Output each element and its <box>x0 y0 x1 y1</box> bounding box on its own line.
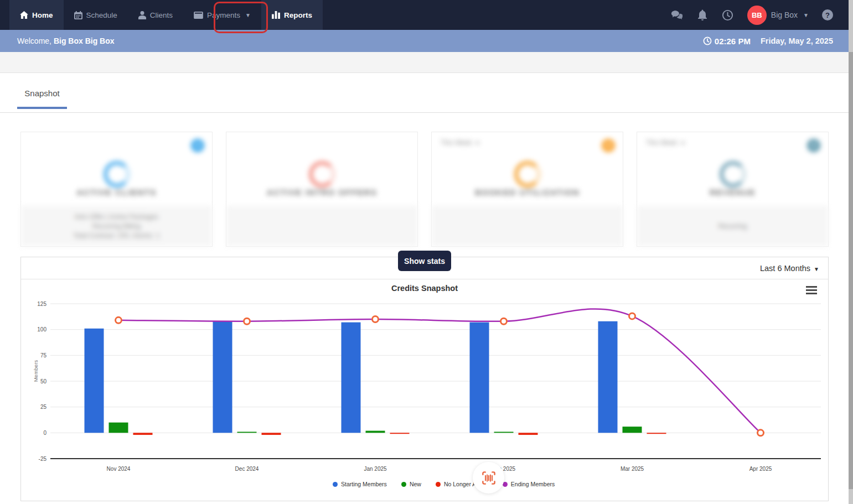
chart-panel: Last 6 Months ▼ Credits Snapshot Members… <box>20 257 829 501</box>
current-date: Friday, May 2, 2025 <box>761 37 833 45</box>
svg-text:Nov 2024: Nov 2024 <box>107 466 131 472</box>
svg-text:Apr 2025: Apr 2025 <box>749 466 772 472</box>
nav-item-home[interactable]: Home <box>9 0 64 30</box>
payments-card-icon <box>194 12 203 19</box>
nav-item-payments[interactable]: Payments▼ <box>183 0 261 30</box>
legend-dot <box>333 482 338 487</box>
svg-text:25: 25 <box>40 404 47 410</box>
welcome-user-name: Big Box Big Box <box>54 37 115 45</box>
card-period-dropdown[interactable]: This Week ▼ <box>646 139 686 147</box>
svg-text:-25: -25 <box>39 456 47 462</box>
card-title: ACTIVE CLIENTS <box>21 188 212 197</box>
credits-snapshot-chart: 1251007550250-25Nov 2024Dec 2024Jan 2025… <box>21 257 828 501</box>
nav-item-label: Clients <box>150 11 173 19</box>
svg-text:75: 75 <box>40 352 47 358</box>
barcode-scan-icon <box>480 470 497 486</box>
card-title: ACTIVE INTRO OFFERS <box>226 188 417 197</box>
loading-spinner <box>720 161 746 188</box>
tab-row: Snapshot <box>0 82 849 113</box>
legend-label: Starting Members <box>341 481 387 487</box>
svg-text:125: 125 <box>37 301 46 307</box>
clock-icon <box>703 37 712 45</box>
background-band <box>0 52 849 72</box>
legend-item-starting-members[interactable]: Starting Members <box>333 481 387 487</box>
calendar-icon <box>74 11 82 19</box>
barcode-scan-badge[interactable] <box>473 462 504 493</box>
caret-down-icon: ▼ <box>680 140 686 146</box>
show-stats-button[interactable]: Show stats <box>398 251 451 271</box>
card-title: REVENUE <box>637 188 828 197</box>
card-footer-line[interactable]: Recurring Billing <box>92 222 141 230</box>
legend-item-ending-members[interactable]: Ending Members <box>503 481 555 487</box>
svg-text:Mar 2025: Mar 2025 <box>621 466 644 472</box>
legend-item-new[interactable]: New <box>401 481 421 487</box>
card-footer-line[interactable]: Recurring <box>718 222 747 230</box>
tab-snapshot[interactable]: Snapshot <box>17 89 67 109</box>
loading-spinner <box>104 161 130 188</box>
legend-dot <box>436 482 441 487</box>
stat-card-booked-utilization: This Week ▼ ✛ BOOKED UTILIZATION <box>431 132 623 247</box>
stat-cards-row: ✛ ACTIVE CLIENTS Intro Offer | Active Pa… <box>20 132 829 247</box>
user-name: Big Box <box>771 11 798 19</box>
avatar[interactable]: BB <box>747 6 767 25</box>
nav-item-label: Home <box>32 11 53 19</box>
card-title: BOOKED UTILIZATION <box>432 188 623 197</box>
loading-spinner <box>514 161 541 188</box>
nav-item-label: Payments <box>207 11 240 19</box>
current-time: 02:26 PM <box>703 37 751 46</box>
reports-bar-chart-icon <box>272 11 280 19</box>
chat-icon[interactable] <box>671 9 683 21</box>
help-icon[interactable]: ? <box>822 9 833 20</box>
card-footer-line[interactable]: Intro Offer | Active Packages <box>75 213 159 221</box>
user-menu[interactable]: BB Big Box ▼ <box>747 6 809 25</box>
scrollbar-thumb[interactable] <box>849 52 853 489</box>
svg-text:100: 100 <box>37 326 46 332</box>
legend-dot <box>401 482 406 487</box>
welcome-bar: Welcome, Big Box Big Box 02:26 PM Friday… <box>0 30 849 52</box>
legend-label: New <box>410 481 421 487</box>
main-content: Snapshot ✛ ACTIVE CLIENTS Intro Offer | … <box>0 72 849 504</box>
notifications-bell-icon[interactable] <box>696 9 709 21</box>
stat-card-active-clients: ✛ ACTIVE CLIENTS Intro Offer | Active Pa… <box>20 132 213 247</box>
card-footer <box>226 206 417 246</box>
card-footer <box>432 206 623 246</box>
home-icon <box>20 11 28 19</box>
navbar-right: BB Big Box ▼ ? <box>671 0 833 30</box>
caret-down-icon: ▼ <box>803 12 809 18</box>
svg-text:Jan 2025: Jan 2025 <box>364 466 387 472</box>
card-footer-line[interactable]: Total Contract: 200, Atomic: 1 <box>73 232 160 240</box>
card-footer: Recurring <box>637 206 828 246</box>
svg-text:Dec 2024: Dec 2024 <box>235 466 259 472</box>
welcome-text: Welcome, Big Box Big Box <box>17 37 115 45</box>
loading-spinner <box>309 161 335 188</box>
nav-item-label: Schedule <box>86 11 117 19</box>
chart-legend: Starting MembersNewNo Longer ActiveEndin… <box>333 481 555 487</box>
caret-down-icon: ▼ <box>475 140 480 146</box>
legend-label: Ending Members <box>511 481 555 487</box>
caret-down-icon: ▼ <box>245 12 251 18</box>
stat-card-revenue: This Week ▼ ✛ REVENUE Recurring <box>637 132 829 247</box>
card-settings-icon[interactable]: ✛ <box>602 139 615 152</box>
nav-item-schedule[interactable]: Schedule <box>64 0 128 30</box>
stat-card-active-intro-offers: ACTIVE INTRO OFFERS <box>226 132 418 247</box>
person-icon <box>138 11 146 19</box>
svg-text:50: 50 <box>40 378 47 385</box>
nav-item-clients[interactable]: Clients <box>128 0 183 30</box>
page-scrollbar[interactable] <box>849 0 853 504</box>
nav-items: HomeScheduleClientsPayments▼Reports <box>9 0 323 30</box>
card-settings-icon[interactable]: ✛ <box>807 139 820 152</box>
recent-clock-icon[interactable] <box>722 9 734 21</box>
nav-item-reports[interactable]: Reports <box>261 0 323 30</box>
card-period-dropdown[interactable]: This Week ▼ <box>441 139 480 147</box>
card-settings-icon[interactable]: ✛ <box>191 139 204 152</box>
svg-text:0: 0 <box>43 430 46 436</box>
nav-item-label: Reports <box>284 11 312 19</box>
card-footer: Intro Offer | Active PackagesRecurring B… <box>21 206 212 246</box>
top-navbar: HomeScheduleClientsPayments▼Reports BB B… <box>0 0 849 30</box>
